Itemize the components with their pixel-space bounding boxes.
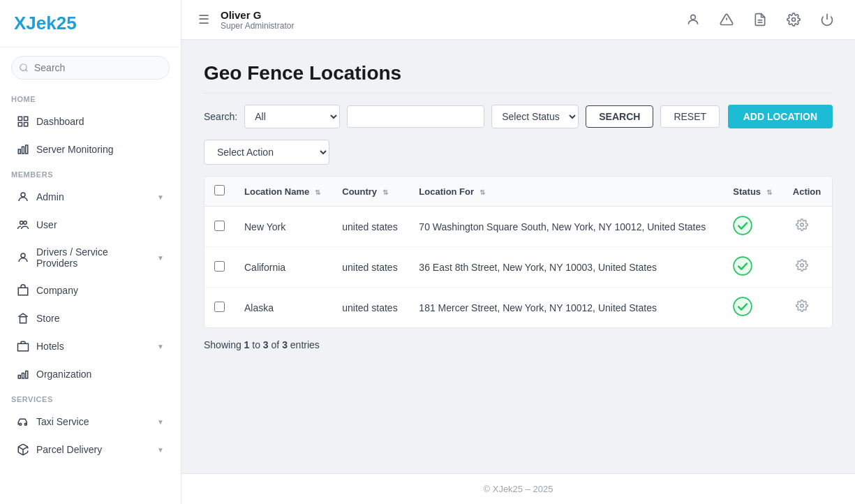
svg-point-8 [20, 221, 24, 225]
col-header-action: Action [783, 177, 832, 207]
logo: XJek25 [0, 0, 181, 47]
cell-status [723, 207, 782, 247]
action-gear-button[interactable] [793, 216, 811, 237]
search-button[interactable]: SEARCH [586, 105, 653, 128]
add-location-button[interactable]: ADD LOCATION [728, 105, 833, 128]
action-select[interactable]: Select Action Delete Export [204, 140, 329, 165]
table-row: New York united states 70 Washington Squ… [205, 207, 832, 247]
sidebar-item-drivers-service-providers[interactable]: Drivers / Service Providers ▼ [6, 239, 175, 276]
sidebar-item-label: Admin [36, 191, 64, 202]
svg-rect-2 [24, 123, 28, 126]
svg-rect-14 [18, 376, 20, 379]
page-title: Geo Fence Locations [204, 62, 833, 94]
section-members-label: MEMBERS [0, 163, 181, 183]
cell-country: united states [332, 288, 409, 328]
cell-location-for: 70 Washington Square South, New York, NY… [409, 207, 723, 247]
sidebar-item-taxi-service[interactable]: Taxi Service ▼ [6, 408, 175, 435]
alert-icon[interactable] [715, 8, 738, 31]
user-name: Oliver G [221, 9, 671, 21]
footer: © XJek25 – 2025 [181, 473, 855, 504]
cell-status [723, 247, 782, 288]
main-area: ☰ Oliver G Super Administrator Geo Fenc [181, 0, 855, 504]
section-services-label: SERVICES [0, 388, 181, 408]
data-table: Location Name ⇅ Country ⇅ Location For ⇅… [205, 177, 832, 327]
sidebar-item-label: Dashboard [36, 116, 84, 127]
sort-icon[interactable]: ⇅ [382, 188, 388, 196]
search-input[interactable] [11, 56, 170, 80]
sidebar-item-label: Hotels [36, 341, 64, 352]
status-active-icon [733, 216, 752, 235]
search-text-input[interactable] [347, 105, 484, 128]
sidebar-item-label: Taxi Service [36, 416, 89, 427]
power-icon[interactable] [816, 8, 838, 31]
svg-point-7 [21, 193, 25, 197]
sidebar-item-organization[interactable]: Organization [6, 361, 175, 387]
svg-point-17 [20, 423, 22, 425]
action-select-wrapper: Select Action Delete Export [204, 140, 833, 165]
settings-icon[interactable] [782, 8, 805, 31]
chevron-down-icon: ▼ [157, 193, 164, 201]
row-checkbox-1[interactable] [214, 221, 225, 231]
select-all-checkbox[interactable] [214, 185, 225, 195]
cell-country: united states [332, 247, 409, 288]
cell-location-for: 36 East 8th Street, New York, NY 10003, … [409, 247, 723, 288]
sidebar-item-admin[interactable]: Admin ▼ [6, 184, 175, 210]
store-icon [17, 312, 29, 325]
header: ☰ Oliver G Super Administrator [181, 0, 855, 40]
sidebar-item-dashboard[interactable]: Dashboard [6, 108, 175, 135]
sidebar-item-server-monitoring[interactable]: Server Monitoring [6, 136, 175, 163]
sidebar-item-user[interactable]: User [6, 212, 175, 238]
geo-fence-table: Location Name ⇅ Country ⇅ Location For ⇅… [204, 176, 833, 328]
sort-icon[interactable]: ⇅ [479, 188, 485, 196]
cell-location-name: New York [235, 207, 332, 247]
document-icon[interactable] [749, 8, 771, 31]
row-checkbox-3[interactable] [214, 302, 225, 312]
svg-rect-15 [22, 373, 24, 379]
sidebar-item-parcel-delivery[interactable]: Parcel Delivery ▼ [6, 436, 175, 463]
sidebar-item-store[interactable]: Store [6, 305, 175, 332]
svg-rect-16 [26, 371, 28, 379]
search-label: Search: [204, 111, 237, 122]
menu-toggle-button[interactable]: ☰ [198, 12, 209, 27]
sidebar-item-label: Drivers / Service Providers [36, 246, 150, 269]
showing-entries: Showing 1 to 3 of 3 entries [204, 328, 833, 362]
status-select[interactable]: Select Status Active Inactive [491, 105, 579, 128]
user-info: Oliver G Super Administrator [221, 9, 671, 31]
sort-icon[interactable]: ⇅ [315, 188, 320, 196]
chevron-down-icon: ▼ [157, 254, 164, 262]
row-checkbox-cell [205, 207, 235, 247]
svg-rect-11 [18, 288, 28, 295]
logo-black: XJek [14, 13, 57, 34]
cell-action [783, 247, 832, 288]
header-action-icons [682, 8, 838, 31]
sidebar-item-hotels[interactable]: Hotels ▼ [6, 333, 175, 360]
search-filter-select[interactable]: All Location Name Country [244, 105, 340, 128]
table-row: Alaska united states 181 Mercer Street, … [205, 288, 832, 328]
svg-rect-5 [22, 147, 24, 154]
cell-location-name: California [235, 247, 332, 288]
sort-icon[interactable]: ⇅ [766, 188, 772, 196]
col-header-country: Country ⇅ [332, 177, 409, 207]
org-icon [17, 368, 29, 380]
user-profile-icon[interactable] [682, 8, 704, 31]
action-gear-button[interactable] [793, 297, 811, 318]
cell-action [783, 207, 832, 247]
svg-point-9 [24, 221, 27, 225]
sidebar-item-company[interactable]: Company [6, 277, 175, 304]
svg-rect-3 [18, 123, 22, 126]
user-role: Super Administrator [221, 21, 671, 31]
grid-icon [17, 115, 29, 128]
svg-point-25 [792, 18, 796, 22]
sidebar-item-label: Parcel Delivery [36, 444, 102, 455]
sidebar-item-label: Server Monitoring [36, 144, 114, 155]
taxi-icon [17, 415, 29, 428]
action-gear-button[interactable] [793, 256, 811, 278]
row-checkbox-2[interactable] [214, 261, 225, 272]
svg-point-29 [734, 257, 752, 275]
svg-rect-0 [18, 117, 22, 120]
cell-country: united states [332, 207, 409, 247]
chevron-down-icon: ▼ [157, 446, 164, 454]
svg-point-20 [691, 15, 696, 20]
sidebar-item-label: Company [36, 285, 78, 296]
reset-button[interactable]: RESET [660, 105, 720, 128]
